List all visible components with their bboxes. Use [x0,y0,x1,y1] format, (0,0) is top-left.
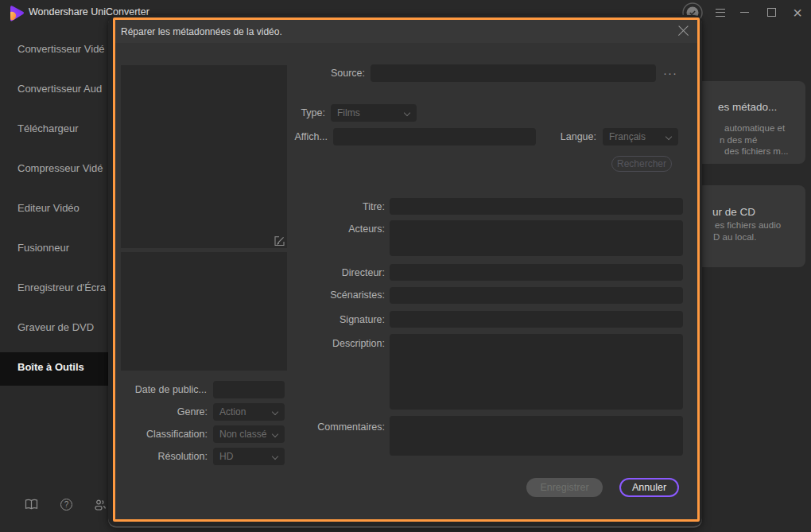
rating-select[interactable]: Non classé [213,425,285,443]
actors-label: Acteurs: [297,223,385,235]
writers-label: Scénaristes: [297,289,385,301]
resolution-select[interactable]: HD [213,448,285,465]
chevron-down-icon [272,453,278,460]
date-label: Date de public... [115,383,207,396]
sidebar-item-boite-a-outils[interactable]: Boîte à Outils [17,360,84,375]
cancel-button[interactable]: Annuler [619,478,679,497]
language-select[interactable]: Français [603,128,678,146]
feature-card-cd-line2: D au local. [713,232,756,242]
sidebar-item-compresseur-video[interactable]: Compresseur Vidé [17,161,103,176]
source-input[interactable] [371,64,656,82]
search-button[interactable]: Rechercher [611,156,672,172]
genre-value: Action [219,406,246,417]
feature-card-metadata-line2: n des mé [720,135,757,145]
menu-icon[interactable] [716,12,725,13]
edit-thumbnail-icon[interactable] [274,236,285,247]
app-window: Wondershare UniConverter × Convertisseur… [0,0,811,532]
chevron-down-icon [272,409,278,415]
genre-label: Genre: [115,406,208,418]
title-label: Titre: [297,200,385,213]
display-input[interactable] [333,128,536,146]
actors-textarea[interactable] [390,220,683,256]
description-textarea[interactable] [390,334,683,410]
description-label: Description: [297,337,385,350]
sidebar-item-fusionneur[interactable]: Fusionneur [17,241,69,255]
director-input[interactable] [390,264,683,281]
language-label: Langue: [533,130,596,143]
thumbnail-area [121,252,287,371]
minimize-button[interactable] [740,12,749,13]
sidebar-item-convertisseur-video[interactable]: Convertisseur Vidé [17,42,105,56]
maximize-button[interactable] [767,8,776,17]
feature-card-metadata-line1: automatique et [724,123,785,133]
sidebar-item-telechargeur[interactable]: Téléchargeur [17,122,79,136]
comments-textarea[interactable] [390,416,683,456]
feature-card-metadata-title: es métado... [718,101,777,113]
community-users-icon[interactable] [94,498,107,511]
dialog-title: Réparer les métadonnées de la vidéo. [121,25,282,38]
close-window-button[interactable]: × [790,2,805,24]
guide-book-icon[interactable] [25,499,38,511]
dialog-close-icon[interactable] [677,25,689,37]
title-input[interactable] [390,198,683,215]
save-button[interactable]: Enregistrer [526,478,603,497]
type-select[interactable]: Films [331,104,417,122]
display-label: Affich... [264,130,328,143]
chevron-down-icon [665,134,672,140]
video-preview-area [121,65,287,248]
resolution-label: Résolution: [115,450,208,463]
metadata-dialog: Réparer les métadonnées de la vidéo. Sou… [113,17,700,522]
language-value: Français [609,131,646,142]
feature-card-cd-line1: es fichiers audio [715,220,781,230]
chevron-down-icon [272,431,278,437]
app-logo-icon [8,4,25,21]
sidebar-item-graveur-dvd[interactable]: Graveur de DVD [17,320,94,335]
sidebar-item-convertisseur-audio[interactable]: Convertisseur Aud [17,82,102,96]
source-label: Source: [285,67,365,80]
sidebar-item-editeur-video[interactable]: Editeur Vidéo [17,201,80,216]
date-input[interactable] [213,381,285,398]
help-icon[interactable]: ? [60,499,72,511]
writers-input[interactable] [390,287,683,304]
type-value: Films [337,107,360,118]
director-label: Directeur: [297,266,385,279]
rating-label: Classification: [115,428,208,441]
signature-label: Signature: [297,313,385,326]
sidebar-item-enregistreur-ecran[interactable]: Enregistreur d'Écra [17,281,106,295]
resolution-value: HD [219,451,233,462]
browse-file-button[interactable]: ··· [658,66,682,80]
feature-card-metadata-line3: des fichiers m... [724,146,789,156]
chevron-down-icon [404,110,410,116]
comments-label: Commentaires: [289,421,385,433]
signature-input[interactable] [390,311,683,328]
type-label: Type: [262,107,325,119]
genre-select[interactable]: Action [213,403,285,421]
feature-card-cd-title: ur de CD [712,206,755,218]
rating-value: Non classé [219,429,266,440]
